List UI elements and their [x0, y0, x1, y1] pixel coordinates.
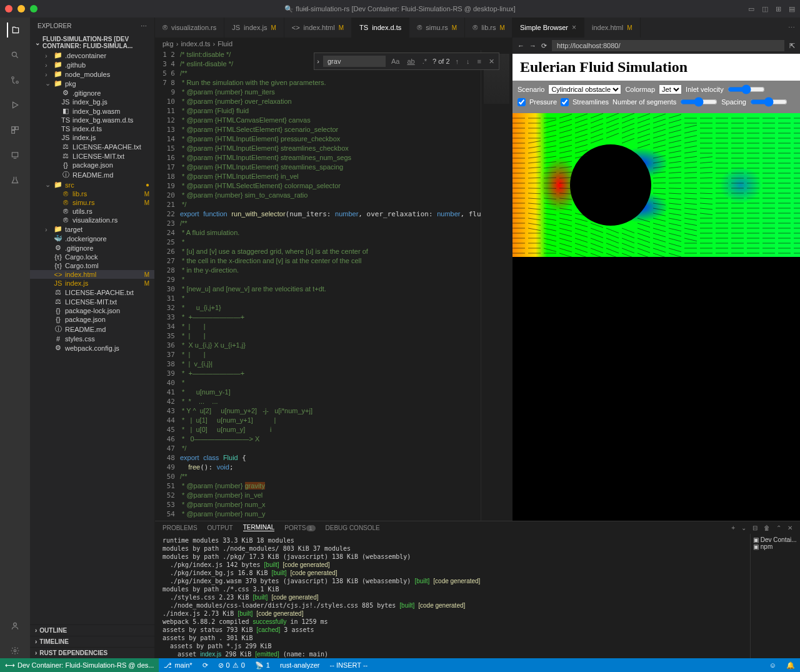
- tree-item-webpack.config.js[interactable]: ⚙webpack.config.js: [30, 343, 154, 353]
- tab-index.d.ts[interactable]: TSindex.d.ts: [352, 18, 409, 38]
- tree-item-lib.rs[interactable]: ®lib.rsM: [30, 189, 154, 198]
- find-expand-icon[interactable]: ›: [317, 58, 319, 65]
- tab-index.js[interactable]: JSindex.jsM: [224, 18, 284, 38]
- tree-item-target[interactable]: ›📁target: [30, 224, 154, 234]
- language-status[interactable]: rust-analyzer: [275, 661, 325, 669]
- tree-item-index_bg.js[interactable]: JSindex_bg.js: [30, 98, 154, 106]
- terminal-tab-debug console[interactable]: DEBUG CONSOLE: [326, 524, 380, 531]
- match-case-icon[interactable]: Aa: [389, 58, 401, 65]
- tree-item-package.json[interactable]: {}package.json: [30, 315, 154, 324]
- close-icon[interactable]: ✕: [487, 58, 496, 66]
- remote-indicator[interactable]: ⟷ Dev Container: Fluid-Simulation-RS @ d…: [0, 658, 159, 672]
- inlet-velocity-slider[interactable]: [728, 84, 765, 94]
- regex-icon[interactable]: .*: [421, 58, 429, 65]
- find-prev-icon[interactable]: ↑: [454, 58, 461, 65]
- remote-icon[interactable]: [8, 148, 22, 163]
- minimap[interactable]: [481, 50, 512, 521]
- section-rust dependencies[interactable]: › RUST DEPENDENCIES: [30, 647, 154, 658]
- tree-item-.dockerignore[interactable]: 🐳.dockerignore: [30, 234, 154, 243]
- browser-forward-icon[interactable]: →: [529, 42, 536, 49]
- match-word-icon[interactable]: ab: [405, 58, 416, 65]
- more-icon[interactable]: ⋯: [788, 24, 795, 32]
- find-input[interactable]: [323, 56, 386, 67]
- find-selection-icon[interactable]: ≡: [476, 58, 483, 65]
- tree-item-Cargo.toml[interactable]: {τ}Cargo.toml: [30, 261, 154, 270]
- split-terminal-icon[interactable]: ⊟: [752, 524, 758, 531]
- numseg-slider[interactable]: [680, 97, 718, 107]
- open-external-icon[interactable]: ⇱: [789, 42, 795, 50]
- terminal-tab-output[interactable]: OUTPUT: [208, 524, 233, 531]
- close-window[interactable]: [5, 5, 12, 13]
- testing-icon[interactable]: [8, 173, 22, 188]
- tree-item-index_bg.wasm[interactable]: ◧index_bg.wasm: [30, 106, 154, 116]
- window-title[interactable]: 🔍 fluid-simulation-rs [Dev Container: Fl…: [284, 5, 516, 13]
- scenario-select[interactable]: Cylindrical obstacle: [548, 84, 621, 94]
- tree-item-index_bg.wasm.d.ts[interactable]: TSindex_bg.wasm.d.ts: [30, 116, 154, 124]
- tree-item-LICENSE-MIT.txt[interactable]: ⚖LICENSE-MIT.txt: [30, 297, 154, 306]
- tree-item-pkg[interactable]: ⌄📁pkg: [30, 79, 154, 88]
- tree-item-utils.rs[interactable]: ®utils.rs: [30, 207, 154, 216]
- settings-icon[interactable]: [8, 643, 22, 658]
- colormap-select[interactable]: Jet: [659, 84, 682, 94]
- tree-item-index.html[interactable]: <>index.htmlM: [30, 270, 154, 279]
- browser-tab-Simple Browser[interactable]: Simple Browser×: [512, 18, 584, 38]
- layout-sidebar-icon[interactable]: ◫: [762, 5, 768, 13]
- tree-item-index.js[interactable]: JSindex.js: [30, 133, 154, 142]
- tree-item-.gitignore[interactable]: ⚙.gitignore: [30, 243, 154, 253]
- terminal-output[interactable]: runtime modules 33.3 KiB 18 modules modu…: [155, 534, 750, 658]
- browser-back-icon[interactable]: ←: [518, 42, 524, 49]
- tree-item-README.md[interactable]: ⓘREADME.md: [30, 169, 154, 180]
- tree-item-LICENSE-MIT.txt[interactable]: ⚖LICENSE-MIT.txt: [30, 151, 154, 161]
- tree-item-LICENSE-APACHE.txt[interactable]: ⚖LICENSE-APACHE.txt: [30, 142, 154, 151]
- tree-item-index.js[interactable]: JSindex.jsM: [30, 279, 154, 288]
- tree-item-visualization.rs[interactable]: ®visualization.rs: [30, 216, 154, 224]
- code-editor[interactable]: /* tslint:disable */ /* eslint-disable *…: [180, 50, 481, 521]
- terminal-instance[interactable]: ▣ Dev Contai...: [753, 536, 798, 543]
- terminal-instance[interactable]: ▣ npm: [753, 543, 798, 550]
- git-branch[interactable]: ⎇ main*: [159, 661, 197, 669]
- url-input[interactable]: [552, 40, 784, 51]
- spacing-slider[interactable]: [750, 97, 788, 107]
- extensions-icon[interactable]: [8, 123, 22, 138]
- maximize-panel-icon[interactable]: ⌃: [776, 524, 781, 531]
- terminal-dropdown-icon[interactable]: ⌄: [741, 524, 746, 531]
- account-icon[interactable]: [8, 618, 22, 633]
- source-control-icon[interactable]: [8, 73, 22, 88]
- streamlines-checkbox[interactable]: [561, 98, 569, 106]
- section-outline[interactable]: › OUTLINE: [30, 624, 154, 636]
- terminal-tab-ports[interactable]: PORTS1: [284, 524, 315, 531]
- terminal-tab-terminal[interactable]: TERMINAL: [243, 524, 275, 531]
- tree-item-node_modules[interactable]: ›📁node_modules: [30, 69, 154, 79]
- tab-simu.rs[interactable]: ®simu.rsM: [409, 18, 465, 38]
- tree-item-.github[interactable]: ›📁.github: [30, 60, 154, 69]
- breadcrumb[interactable]: pkg › index.d.ts › Fluid: [155, 38, 512, 50]
- notifications-icon[interactable]: 🔔: [781, 661, 800, 669]
- tree-item-README.md[interactable]: ⓘREADME.md: [30, 324, 154, 334]
- maximize-window[interactable]: [30, 5, 38, 13]
- browser-reload-icon[interactable]: ⟳: [541, 42, 547, 50]
- tree-item-src[interactable]: ⌄📁src●: [30, 180, 154, 189]
- tree-item-LICENSE-APACHE.txt[interactable]: ⚖LICENSE-APACHE.txt: [30, 288, 154, 297]
- explorer-icon[interactable]: [7, 23, 22, 38]
- debug-icon[interactable]: [8, 98, 22, 113]
- browser-tab-index.html[interactable]: index.htmlM: [584, 18, 640, 38]
- project-header[interactable]: ⌄FLUID-SIMULATION-RS [DEV CONTAINER: FLU…: [30, 34, 154, 51]
- pressure-checkbox[interactable]: [518, 98, 526, 106]
- layout-split-icon[interactable]: ⊞: [776, 5, 781, 13]
- tree-item-package-lock.json[interactable]: {}package-lock.json: [30, 306, 154, 315]
- find-next-icon[interactable]: ↓: [464, 58, 472, 65]
- section-timeline[interactable]: › TIMELINE: [30, 636, 154, 647]
- git-sync[interactable]: ⟳: [198, 661, 213, 669]
- sidebar-more-icon[interactable]: ⋯: [141, 23, 147, 29]
- tree-item-package.json[interactable]: {}package.json: [30, 161, 154, 169]
- tree-item-.devcontainer[interactable]: ›📁.devcontainer: [30, 51, 154, 60]
- terminal-tab-problems[interactable]: PROBLEMS: [162, 524, 198, 531]
- tree-item-.gitignore[interactable]: ⚙.gitignore: [30, 88, 154, 98]
- kill-terminal-icon[interactable]: 🗑: [764, 524, 770, 531]
- layout-customize-icon[interactable]: ▤: [789, 5, 795, 13]
- minimize-window[interactable]: [18, 5, 25, 13]
- tab-lib.rs[interactable]: ®lib.rsM: [465, 18, 512, 38]
- new-terminal-icon[interactable]: +: [731, 524, 735, 531]
- search-view-icon[interactable]: [8, 48, 22, 63]
- tab-index.html[interactable]: <>index.htmlM: [284, 18, 352, 38]
